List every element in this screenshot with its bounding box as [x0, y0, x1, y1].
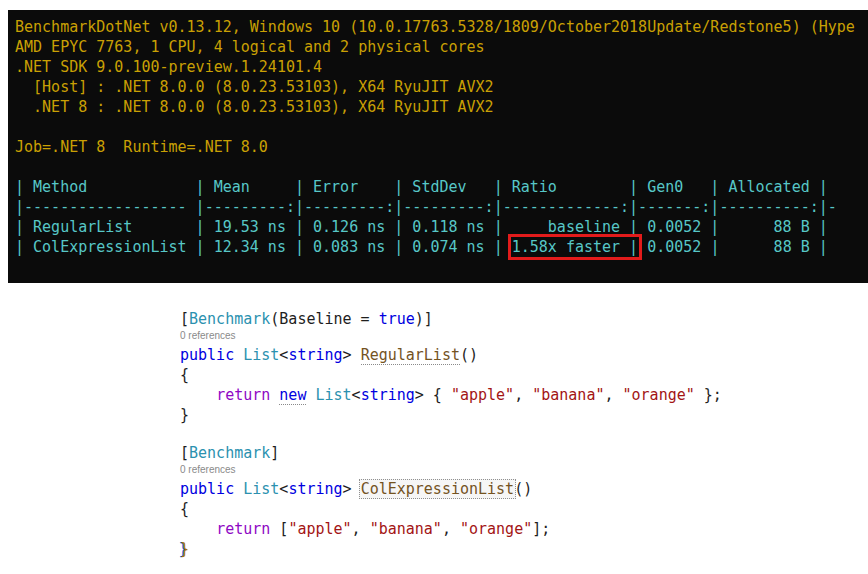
- code-line-attribute: [Benchmark]: [180, 443, 722, 463]
- terminal-line-host: [Host] : .NET 8.0.0 (8.0.23.53103), X64 …: [15, 77, 868, 97]
- code-token: {: [180, 500, 189, 518]
- terminal-line-version: BenchmarkDotNet v0.13.12, Windows 10 (10…: [15, 17, 868, 37]
- keyword-new: new: [279, 386, 306, 405]
- code-token: (Baseline =: [270, 310, 378, 328]
- code-token: {: [180, 366, 189, 384]
- code-token: )]: [415, 310, 433, 328]
- code-line-open-brace: {: [180, 365, 722, 385]
- keyword-string: string: [288, 480, 342, 498]
- code-token: >: [343, 480, 361, 498]
- code-line-close-brace: }: [180, 405, 722, 425]
- row-suffix: 0.0052 | 88 B |: [638, 238, 828, 256]
- code-token: ]: [270, 444, 279, 462]
- code-token: >: [415, 386, 424, 404]
- code-token: ,: [604, 386, 622, 404]
- code-token: ,: [442, 520, 460, 538]
- code-token: ,: [352, 520, 370, 538]
- code-token: [180, 386, 216, 404]
- method-name-regularlist: RegularList: [361, 346, 460, 365]
- type-list: List: [243, 346, 279, 364]
- benchmark-table-header: | Method | Mean | Error | StdDev | Ratio…: [15, 177, 868, 197]
- code-editor[interactable]: [Benchmark(Baseline = true)] 0 reference…: [180, 309, 722, 574]
- code-token: {: [424, 386, 451, 404]
- terminal-line-net8: .NET 8 : .NET 8.0.0 (8.0.23.53103), X64 …: [15, 97, 868, 117]
- string-literal: "banana": [532, 386, 604, 404]
- ratio-highlight-box: 1.58x faster |: [512, 238, 638, 256]
- code-token: (): [460, 346, 478, 364]
- keyword-public: public: [180, 480, 234, 498]
- code-token: ,: [514, 386, 532, 404]
- attribute-benchmark: Benchmark: [189, 310, 270, 328]
- code-token: ];: [532, 520, 550, 538]
- code-token: <: [352, 386, 361, 404]
- code-line-open-brace: {: [180, 499, 722, 519]
- code-token: >: [343, 346, 361, 364]
- code-line-signature: public List<string> RegularList(): [180, 345, 722, 365]
- string-literal: "orange": [460, 520, 532, 538]
- code-block-regularlist: [Benchmark(Baseline = true)] 0 reference…: [180, 309, 722, 425]
- code-token: [270, 520, 279, 538]
- string-literal: "banana": [370, 520, 442, 538]
- terminal-line-blank: [15, 157, 868, 177]
- code-token: [: [180, 310, 189, 328]
- method-name-colexpressionlist: ColExpressionList: [359, 479, 517, 499]
- keyword-true: true: [379, 310, 415, 328]
- code-token: }: [180, 540, 189, 558]
- code-token: [180, 520, 216, 538]
- keyword-return: return: [216, 520, 270, 538]
- codelens-references-link[interactable]: 0 references: [180, 463, 722, 479]
- code-token: };: [695, 386, 722, 404]
- attribute-benchmark: Benchmark: [189, 444, 270, 462]
- code-line-body: return ["apple", "banana", "orange"];: [180, 519, 722, 539]
- row-prefix: | ColExpressionList | 12.34 ns | 0.083 n…: [15, 238, 512, 256]
- code-token: [: [180, 444, 189, 462]
- code-token: (): [514, 480, 532, 498]
- type-list: List: [243, 480, 279, 498]
- string-literal: "apple": [288, 520, 351, 538]
- code-line-signature: public List<string> ColExpressionList(): [180, 479, 722, 499]
- benchmark-table-row-colexpressionlist: | ColExpressionList | 12.34 ns | 0.083 n…: [15, 237, 868, 257]
- code-block-colexpressionlist: [Benchmark] 0 references public List<str…: [180, 443, 722, 559]
- code-token: [234, 480, 243, 498]
- keyword-return: return: [216, 386, 270, 404]
- terminal-line-job: Job=.NET 8 Runtime=.NET 8.0: [15, 137, 868, 157]
- string-literal: "orange": [623, 386, 695, 404]
- codelens-references-link[interactable]: 0 references: [180, 329, 722, 345]
- code-line-body: return new List<string> { "apple", "bana…: [180, 385, 722, 405]
- benchmark-table-row-regularlist: | RegularList | 19.53 ns | 0.126 ns | 0.…: [15, 217, 868, 237]
- type-list: List: [315, 386, 351, 404]
- terminal-window: BenchmarkDotNet v0.13.12, Windows 10 (10…: [8, 10, 868, 283]
- keyword-public: public: [180, 346, 234, 364]
- terminal-line-cpu: AMD EPYC 7763, 1 CPU, 4 logical and 2 ph…: [15, 37, 868, 57]
- code-line-attribute: [Benchmark(Baseline = true)]: [180, 309, 722, 329]
- keyword-string: string: [361, 386, 415, 404]
- benchmark-table-separator: |------------------ |---------:|--------…: [15, 197, 868, 217]
- terminal-line-sdk: .NET SDK 9.0.100-preview.1.24101.4: [15, 57, 868, 77]
- string-literal: "apple": [451, 386, 514, 404]
- code-token: }: [180, 406, 189, 424]
- keyword-string: string: [288, 346, 342, 364]
- code-line-close-brace: }: [180, 539, 722, 559]
- terminal-line-blank: [15, 117, 868, 137]
- code-token: [270, 386, 279, 404]
- code-token: [234, 346, 243, 364]
